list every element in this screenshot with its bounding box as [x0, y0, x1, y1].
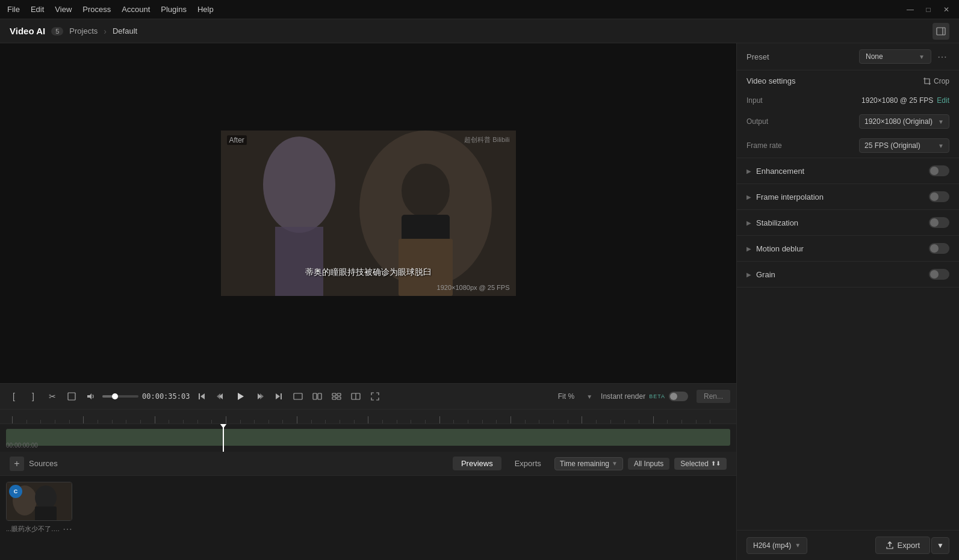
svg-marker-18	[276, 393, 280, 399]
tab-exports[interactable]: Exports	[506, 457, 550, 470]
split-view-button[interactable]	[309, 389, 325, 404]
playback-bar: [ ] ✂ 00:00:35:03	[0, 383, 736, 410]
motion-deblur-toggle-row[interactable]: ▶ Motion deblur	[737, 236, 959, 261]
enhancement-toggle-row[interactable]: ▶ Enhancement	[737, 158, 959, 183]
svg-rect-25	[332, 397, 336, 399]
video-resolution-indicator: 1920×1080px @ 25 FPS	[437, 284, 510, 291]
source-name-row: ...眼药水少不了.mp4 ⋯	[6, 523, 72, 535]
timeline-clip[interactable]	[6, 429, 730, 446]
svg-point-31	[35, 485, 57, 509]
export-button[interactable]: Export	[875, 537, 931, 554]
sources-label: Sources	[29, 459, 58, 468]
close-button[interactable]: ✕	[941, 4, 952, 15]
svg-rect-26	[337, 397, 341, 399]
menu-help[interactable]: Help	[197, 5, 214, 14]
menu-edit[interactable]: Edit	[31, 5, 44, 14]
crop-button[interactable]: Crop	[923, 77, 949, 85]
enhancement-section: ▶ Enhancement	[737, 158, 959, 184]
grain-toggle-switch[interactable]	[929, 269, 949, 280]
stabilization-toggle-switch[interactable]	[929, 217, 949, 228]
frame-interpolation-chevron: ▶	[746, 194, 751, 200]
fullscreen-button[interactable]	[367, 389, 383, 404]
timeline: 00:00:00:00	[0, 410, 736, 452]
enhancement-label: Enhancement	[756, 167, 804, 176]
video-after-label: After	[227, 135, 247, 145]
frame-interpolation-section: ▶ Frame interpolation	[737, 184, 959, 210]
timecode-display: 00:00:35:03	[142, 392, 190, 401]
menu-process[interactable]: Process	[82, 5, 111, 14]
menu-file[interactable]: File	[7, 5, 20, 14]
output-row: Output 1920×1080 (Original) ▼	[737, 109, 959, 134]
volume-slider[interactable]	[102, 395, 138, 398]
svg-rect-20	[294, 393, 302, 399]
mark-in-button[interactable]: [	[6, 389, 22, 404]
step-back-button[interactable]	[213, 389, 229, 404]
frame-interpolation-label: Frame interpolation	[756, 192, 824, 202]
svg-rect-24	[337, 393, 341, 396]
preset-dropdown[interactable]: None ▼	[859, 49, 931, 64]
frame-rate-row: Frame rate 25 FPS (Original) ▼	[737, 134, 959, 158]
preset-more-button[interactable]: ⋯	[935, 51, 949, 63]
side-by-side-button[interactable]	[329, 389, 344, 404]
go-to-end-button[interactable]	[271, 389, 287, 404]
source-logo: C	[9, 485, 22, 498]
titlebar-controls: — □ ✕	[905, 4, 952, 15]
instant-render-toggle[interactable]	[669, 392, 688, 401]
all-inputs-button[interactable]: All Inputs	[628, 458, 669, 470]
frame-interpolation-toggle-switch[interactable]	[929, 191, 949, 202]
compare-button[interactable]	[348, 389, 364, 404]
go-to-start-button[interactable]	[194, 389, 209, 404]
app-title: Video AI	[10, 26, 45, 36]
grain-chevron: ▶	[746, 271, 751, 278]
source-item[interactable]: C ...眼药水少不了.mp4 ⋯	[6, 482, 72, 554]
enhancement-chevron: ▶	[746, 168, 751, 174]
format-dropdown[interactable]: H264 (mp4) ▼	[746, 537, 807, 554]
preset-value-area: None ▼ ⋯	[859, 49, 949, 64]
clip-button[interactable]: ✂	[45, 389, 60, 404]
svg-rect-0	[937, 28, 945, 35]
titlebar-menu: File Edit View Process Account Plugins H…	[7, 5, 214, 14]
export-options-button[interactable]: ▼	[931, 537, 949, 554]
output-dropdown[interactable]: 1920×1080 (Original) ▼	[859, 114, 949, 129]
motion-deblur-toggle-switch[interactable]	[929, 243, 949, 254]
titlebar: File Edit View Process Account Plugins H…	[0, 0, 959, 19]
frame-rate-dropdown[interactable]: 25 FPS (Original) ▼	[859, 138, 949, 153]
minimize-button[interactable]: —	[905, 4, 916, 15]
settings-panel: Preset None ▼ ⋯ Video settings	[737, 43, 959, 360]
menu-account[interactable]: Account	[122, 5, 150, 14]
svg-rect-5	[275, 227, 323, 296]
play-button[interactable]	[232, 389, 248, 404]
loop-button[interactable]	[64, 389, 79, 404]
menu-plugins[interactable]: Plugins	[161, 5, 187, 14]
zoom-chevron[interactable]: ▼	[582, 389, 597, 404]
grain-section: ▶ Grain	[737, 262, 959, 288]
playhead[interactable]	[223, 424, 224, 452]
svg-marker-14	[217, 393, 220, 399]
maximize-button[interactable]: □	[923, 4, 934, 15]
input-value: 1920×1080 @ 25 FPS	[861, 96, 933, 105]
mark-out-button[interactable]: ]	[25, 389, 41, 404]
frame-interpolation-toggle-row[interactable]: ▶ Frame interpolation	[737, 184, 959, 209]
edit-button[interactable]: Edit	[937, 96, 949, 105]
menu-view[interactable]: View	[55, 5, 72, 14]
svg-marker-10	[87, 393, 92, 399]
tab-previews[interactable]: Previews	[453, 457, 501, 470]
svg-point-6	[402, 164, 450, 218]
stabilization-toggle-row[interactable]: ▶ Stabilization	[737, 210, 959, 235]
video-settings-title: Video settings	[746, 76, 795, 85]
input-label: Input	[746, 96, 763, 105]
fit-zoom-button[interactable]: Fit %	[554, 391, 578, 402]
render-button[interactable]: Ren...	[697, 390, 730, 403]
input-value-area: 1920×1080 @ 25 FPS Edit	[861, 96, 949, 105]
time-remaining-filter[interactable]: Time remaining ▼	[554, 457, 623, 470]
selected-button[interactable]: Selected ⬆⬇	[674, 458, 727, 470]
timeline-track[interactable]: 00:00:00:00	[0, 424, 736, 452]
grain-toggle-row[interactable]: ▶ Grain	[737, 262, 959, 287]
add-source-button[interactable]: +	[10, 457, 24, 471]
enhancement-toggle-switch[interactable]	[929, 165, 949, 176]
sidebar-toggle-button[interactable]	[933, 23, 949, 40]
projects-link[interactable]: Projects	[69, 26, 98, 35]
single-view-button[interactable]	[290, 389, 306, 404]
source-more-button[interactable]: ⋯	[63, 523, 72, 535]
step-forward-button[interactable]	[252, 389, 267, 404]
